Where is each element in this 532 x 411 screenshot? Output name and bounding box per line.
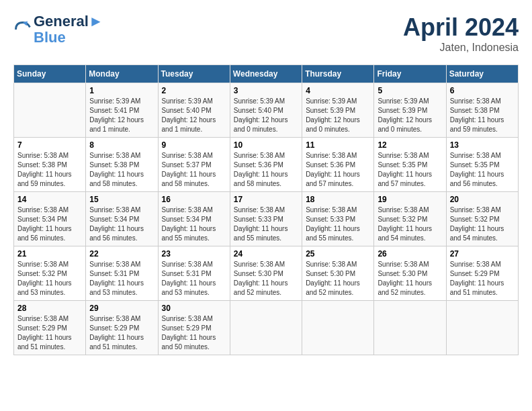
day-number: 11 [306,140,370,150]
day-info: Sunrise: 5:38 AM Sunset: 5:31 PM Dayligh… [162,260,226,298]
calendar-cell: 4Sunrise: 5:39 AM Sunset: 5:39 PM Daylig… [302,83,374,138]
calendar-cell: 26Sunrise: 5:38 AM Sunset: 5:30 PM Dayli… [374,246,446,301]
day-info: Sunrise: 5:38 AM Sunset: 5:29 PM Dayligh… [17,314,82,352]
logo: General► Blue [13,13,103,46]
calendar-cell: 22Sunrise: 5:38 AM Sunset: 5:31 PM Dayli… [86,246,158,301]
day-info: Sunrise: 5:38 AM Sunset: 5:33 PM Dayligh… [306,205,370,243]
day-number: 22 [89,249,154,259]
day-number: 24 [234,249,298,259]
calendar-cell: 7Sunrise: 5:38 AM Sunset: 5:38 PM Daylig… [14,138,86,192]
calendar-cell: 28Sunrise: 5:38 AM Sunset: 5:29 PM Dayli… [14,301,86,355]
day-number: 26 [378,249,442,259]
weekday-header-tuesday: Tuesday [158,65,230,83]
day-info: Sunrise: 5:38 AM Sunset: 5:32 PM Dayligh… [378,205,442,243]
calendar-cell [302,301,374,355]
day-info: Sunrise: 5:38 AM Sunset: 5:30 PM Dayligh… [378,260,442,298]
weekday-header-sunday: Sunday [14,65,86,83]
day-number: 14 [17,195,82,204]
calendar-cell: 11Sunrise: 5:38 AM Sunset: 5:36 PM Dayli… [302,138,374,192]
day-number: 12 [378,140,442,150]
weekday-header-monday: Monday [86,65,158,83]
day-info: Sunrise: 5:39 AM Sunset: 5:40 PM Dayligh… [234,97,298,134]
calendar-cell: 21Sunrise: 5:38 AM Sunset: 5:32 PM Dayli… [14,246,86,301]
calendar-cell: 6Sunrise: 5:38 AM Sunset: 5:38 PM Daylig… [446,83,518,138]
weekday-header-wednesday: Wednesday [230,65,302,83]
calendar-week-row: 21Sunrise: 5:38 AM Sunset: 5:32 PM Dayli… [14,246,519,301]
day-info: Sunrise: 5:38 AM Sunset: 5:36 PM Dayligh… [306,151,370,189]
calendar-cell: 15Sunrise: 5:38 AM Sunset: 5:34 PM Dayli… [86,192,158,246]
day-number: 1 [89,86,154,95]
day-number: 10 [234,140,298,150]
calendar-cell: 3Sunrise: 5:39 AM Sunset: 5:40 PM Daylig… [230,83,302,138]
calendar-cell: 10Sunrise: 5:38 AM Sunset: 5:36 PM Dayli… [230,138,302,192]
day-info: Sunrise: 5:38 AM Sunset: 5:32 PM Dayligh… [450,205,515,243]
logo-text: General► Blue [34,13,103,46]
calendar-cell: 29Sunrise: 5:38 AM Sunset: 5:29 PM Dayli… [86,301,158,355]
calendar-cell: 1Sunrise: 5:39 AM Sunset: 5:41 PM Daylig… [86,83,158,138]
day-info: Sunrise: 5:38 AM Sunset: 5:34 PM Dayligh… [17,205,82,243]
calendar-week-row: 14Sunrise: 5:38 AM Sunset: 5:34 PM Dayli… [14,192,519,246]
day-number: 27 [450,249,515,259]
day-info: Sunrise: 5:39 AM Sunset: 5:39 PM Dayligh… [306,97,370,134]
day-number: 29 [89,304,154,313]
calendar-cell: 9Sunrise: 5:38 AM Sunset: 5:37 PM Daylig… [158,138,230,192]
day-number: 8 [89,140,154,150]
page-header: General► Blue April 2024 Jaten, Indonesi… [13,13,519,54]
calendar-week-row: 7Sunrise: 5:38 AM Sunset: 5:38 PM Daylig… [14,138,519,192]
calendar-table: SundayMondayTuesdayWednesdayThursdayFrid… [13,64,519,355]
day-info: Sunrise: 5:38 AM Sunset: 5:35 PM Dayligh… [378,151,442,189]
day-info: Sunrise: 5:38 AM Sunset: 5:38 PM Dayligh… [89,151,154,189]
day-info: Sunrise: 5:38 AM Sunset: 5:35 PM Dayligh… [450,151,515,189]
day-number: 4 [306,86,370,95]
calendar-cell: 27Sunrise: 5:38 AM Sunset: 5:29 PM Dayli… [446,246,518,301]
day-info: Sunrise: 5:38 AM Sunset: 5:30 PM Dayligh… [234,260,298,298]
day-info: Sunrise: 5:38 AM Sunset: 5:33 PM Dayligh… [234,205,298,243]
calendar-cell: 30Sunrise: 5:38 AM Sunset: 5:29 PM Dayli… [158,301,230,355]
day-number: 2 [162,86,226,95]
day-info: Sunrise: 5:38 AM Sunset: 5:37 PM Dayligh… [162,151,226,189]
weekday-header-thursday: Thursday [302,65,374,83]
day-number: 20 [450,195,515,204]
day-info: Sunrise: 5:38 AM Sunset: 5:36 PM Dayligh… [234,151,298,189]
calendar-cell: 12Sunrise: 5:38 AM Sunset: 5:35 PM Dayli… [374,138,446,192]
day-number: 13 [450,140,515,150]
day-info: Sunrise: 5:38 AM Sunset: 5:29 PM Dayligh… [162,314,226,352]
day-number: 19 [378,195,442,204]
calendar-cell: 5Sunrise: 5:39 AM Sunset: 5:39 PM Daylig… [374,83,446,138]
calendar-cell [14,83,86,138]
day-number: 5 [378,86,442,95]
calendar-cell: 17Sunrise: 5:38 AM Sunset: 5:33 PM Dayli… [230,192,302,246]
day-number: 7 [17,140,82,150]
title-block: April 2024 Jaten, Indonesia [403,13,519,54]
day-number: 25 [306,249,370,259]
day-info: Sunrise: 5:38 AM Sunset: 5:34 PM Dayligh… [162,205,226,243]
day-number: 9 [162,140,226,150]
calendar-week-row: 28Sunrise: 5:38 AM Sunset: 5:29 PM Dayli… [14,301,519,355]
calendar-cell: 13Sunrise: 5:38 AM Sunset: 5:35 PM Dayli… [446,138,518,192]
day-number: 21 [17,249,82,259]
day-number: 17 [234,195,298,204]
weekday-header-friday: Friday [374,65,446,83]
calendar-cell: 16Sunrise: 5:38 AM Sunset: 5:34 PM Dayli… [158,192,230,246]
calendar-cell [230,301,302,355]
logo-icon [13,20,32,39]
day-info: Sunrise: 5:39 AM Sunset: 5:41 PM Dayligh… [89,97,154,134]
calendar-cell: 25Sunrise: 5:38 AM Sunset: 5:30 PM Dayli… [302,246,374,301]
calendar-cell: 8Sunrise: 5:38 AM Sunset: 5:38 PM Daylig… [86,138,158,192]
calendar-cell [374,301,446,355]
calendar-cell [446,301,518,355]
day-number: 16 [162,195,226,204]
calendar-cell: 19Sunrise: 5:38 AM Sunset: 5:32 PM Dayli… [374,192,446,246]
calendar-cell: 20Sunrise: 5:38 AM Sunset: 5:32 PM Dayli… [446,192,518,246]
day-number: 28 [17,304,82,313]
day-info: Sunrise: 5:38 AM Sunset: 5:29 PM Dayligh… [89,314,154,352]
day-info: Sunrise: 5:38 AM Sunset: 5:29 PM Dayligh… [450,260,515,298]
location: Jaten, Indonesia [403,42,519,54]
day-info: Sunrise: 5:39 AM Sunset: 5:39 PM Dayligh… [378,97,442,134]
day-info: Sunrise: 5:39 AM Sunset: 5:40 PM Dayligh… [162,97,226,134]
day-info: Sunrise: 5:38 AM Sunset: 5:31 PM Dayligh… [89,260,154,298]
day-info: Sunrise: 5:38 AM Sunset: 5:32 PM Dayligh… [17,260,82,298]
weekday-header-row: SundayMondayTuesdayWednesdayThursdayFrid… [14,65,519,83]
calendar-cell: 18Sunrise: 5:38 AM Sunset: 5:33 PM Dayli… [302,192,374,246]
calendar-cell: 14Sunrise: 5:38 AM Sunset: 5:34 PM Dayli… [14,192,86,246]
